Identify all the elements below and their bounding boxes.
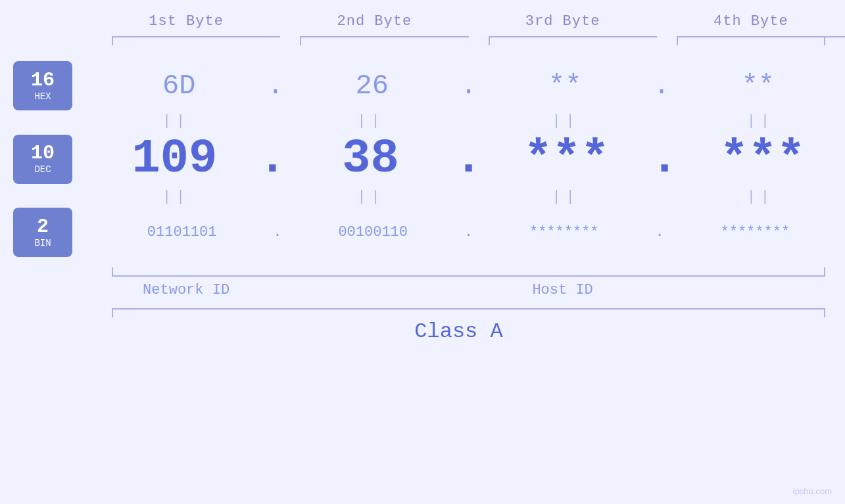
bracket-corner-left-2: [300, 36, 301, 45]
bracket-line-top-3: [489, 36, 657, 37]
bin-base-number: 2: [37, 217, 49, 237]
host-bracket-corner-r: [824, 267, 825, 277]
network-bracket-line: [112, 275, 280, 277]
bracket-line-top-1: [112, 36, 280, 37]
main-container: 1st Byte 2nd Byte 3rd Byte 4th Byte 16 H…: [0, 0, 845, 504]
dec-byte-4: ***: [680, 132, 845, 186]
equals-row-2: || || || ||: [0, 189, 845, 205]
dec-value-2: 38: [342, 132, 398, 186]
eq2-3: ||: [482, 189, 650, 205]
hex-label-box: 16 HEX: [13, 61, 72, 110]
dec-dot-1: .: [258, 132, 287, 186]
hex-label-type: HEX: [34, 91, 51, 102]
eq-1: ||: [92, 113, 260, 129]
hex-value-2: 26: [356, 70, 389, 102]
hex-dot-1: .: [267, 70, 283, 102]
watermark: ipshu.com: [793, 486, 832, 496]
eq2-4: ||: [677, 189, 845, 205]
dec-bytes-row: 109 . 38 . *** . ***: [92, 132, 845, 186]
eq-4: ||: [677, 113, 845, 129]
top-bracket-1: [92, 36, 280, 48]
full-bottom-bracket: [92, 308, 825, 309]
host-bracket-cell: [280, 263, 845, 277]
bracket-corner-left-1: [112, 36, 113, 45]
bracket-line-top-2: [300, 36, 468, 37]
bin-byte-3: ********: [474, 224, 654, 241]
top-bracket-4: [657, 36, 845, 48]
id-labels: Network ID Host ID: [92, 282, 845, 298]
hex-byte-3: **: [478, 70, 652, 102]
bracket-corner-left-4: [677, 36, 678, 45]
hex-value-4: **: [742, 70, 775, 102]
hex-dot-3: .: [653, 70, 669, 102]
dec-value-1: 109: [132, 132, 218, 186]
bottom-brackets-row: [92, 263, 845, 277]
bin-dot-2: .: [464, 224, 473, 241]
network-id-label: Network ID: [92, 282, 280, 298]
hex-dot-2: .: [460, 70, 477, 102]
full-bracket-left-corner: [112, 308, 113, 317]
dec-value-4: ***: [720, 132, 806, 186]
byte-header-2: 2nd Byte: [280, 13, 468, 30]
network-bracket-corner-l: [112, 267, 113, 277]
dec-dot-3: .: [650, 132, 679, 186]
hex-byte-2: 26: [285, 70, 459, 102]
bottom-area: Network ID Host ID Class A: [0, 263, 845, 344]
bin-byte-4: ********: [665, 224, 845, 241]
dec-row: 10 DEC 109 . 38 . *** . ***: [0, 132, 845, 186]
bin-dot-1: .: [273, 224, 281, 241]
dec-dot-2: .: [454, 132, 483, 186]
bracket-corner-left-3: [489, 36, 490, 45]
bin-dot-3: .: [655, 224, 664, 241]
dec-base-number: 10: [31, 143, 55, 163]
byte-header-4: 4th Byte: [657, 13, 845, 30]
bin-bytes-row: 01101101 . 00100110 . ******** . *******…: [92, 224, 845, 241]
top-bracket-3: [469, 36, 657, 48]
hex-row: 16 HEX 6D . 26 . ** . **: [0, 61, 845, 110]
bin-value-2: 00100110: [338, 224, 408, 241]
hex-byte-1: 6D: [92, 70, 266, 102]
eq-3: ||: [482, 113, 650, 129]
bin-byte-1: 01101101: [92, 224, 272, 241]
host-bracket-line: [280, 275, 825, 277]
equals-row-1: || || || ||: [0, 113, 845, 129]
bin-byte-2: 00100110: [283, 224, 463, 241]
bracket-line-top-4: [677, 36, 845, 37]
byte-header-1: 1st Byte: [92, 13, 280, 30]
bin-row: 2 BIN 01101101 . 00100110 . ******** . *…: [0, 208, 845, 257]
hex-byte-4: **: [671, 70, 845, 102]
hex-value-3: **: [548, 70, 581, 102]
hex-base-number: 16: [31, 70, 55, 90]
eq2-1: ||: [92, 189, 260, 205]
host-id-label: Host ID: [280, 282, 845, 298]
eq2-2: ||: [287, 189, 455, 205]
full-bracket-line: [112, 308, 825, 309]
full-bracket-right-corner: [824, 308, 825, 317]
hex-value-1: 6D: [162, 70, 195, 102]
top-bracket-2: [280, 36, 468, 48]
bin-value-3: ********: [529, 224, 599, 241]
dec-label-type: DEC: [34, 164, 51, 175]
bracket-corner-right-4: [824, 36, 825, 45]
dec-byte-3: ***: [484, 132, 649, 186]
class-label: Class A: [92, 319, 845, 344]
hex-bytes-row: 6D . 26 . ** . **: [92, 70, 845, 102]
bin-label-type: BIN: [34, 238, 51, 248]
dec-value-3: ***: [524, 132, 610, 186]
network-bracket-cell: [92, 263, 280, 277]
byte-header-3: 3rd Byte: [469, 13, 657, 30]
bin-value-1: 01101101: [147, 224, 217, 241]
dec-byte-1: 109: [92, 132, 257, 186]
bin-value-4: ********: [721, 224, 790, 241]
bin-label-box: 2 BIN: [13, 208, 72, 257]
top-brackets: [0, 36, 845, 48]
dec-byte-2: 38: [288, 132, 453, 186]
dec-label-box: 10 DEC: [13, 135, 72, 184]
eq-2: ||: [287, 113, 455, 129]
byte-headers: 1st Byte 2nd Byte 3rd Byte 4th Byte: [0, 0, 845, 30]
